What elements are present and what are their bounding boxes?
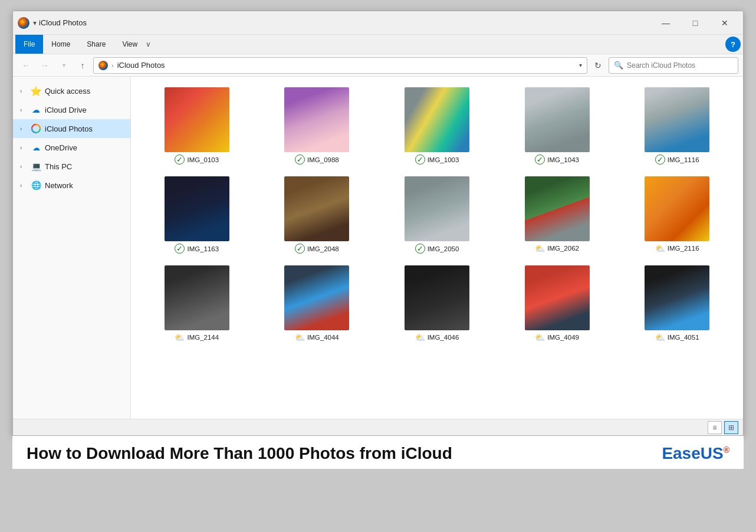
file-item[interactable]: ⛅IMG_4049 [501, 262, 614, 346]
file-name: IMG_2062 [547, 245, 579, 252]
file-label: ⛅IMG_4049 [535, 333, 579, 342]
file-name: IMG_4044 [307, 334, 339, 341]
sidebar-label-this-pc: This PC [45, 162, 72, 171]
title-bar-dropdown[interactable]: ▾ [33, 19, 37, 27]
close-button[interactable]: ✕ [711, 14, 738, 32]
sidebar: › ⭐ Quick access › ☁ iCloud Drive › [13, 77, 131, 419]
file-name: IMG_1163 [187, 245, 219, 252]
file-name: IMG_4046 [428, 334, 459, 341]
sync-ok-icon: ✓ [415, 155, 425, 165]
sync-ok-icon: ✓ [295, 155, 305, 165]
file-label: ✓IMG_1163 [175, 244, 219, 254]
file-item[interactable]: ✓IMG_0103 [140, 84, 254, 168]
list-view-button[interactable]: ≡ [708, 421, 722, 434]
ribbon: File Home Share View ∨ ? [13, 35, 743, 54]
search-icon: 🔍 [614, 61, 623, 70]
file-name: IMG_4049 [547, 334, 579, 341]
file-label: ⛅IMG_4051 [655, 333, 699, 342]
sidebar-label-network: Network [45, 181, 73, 190]
file-thumbnail [405, 265, 469, 330]
sync-ok-icon: ✓ [535, 155, 545, 165]
path-arrow: › [111, 62, 114, 69]
minimize-button[interactable]: — [652, 14, 679, 32]
back-button[interactable]: ← [18, 57, 34, 74]
sidebar-item-icloud-photos[interactable]: › iCloud Photos [13, 119, 130, 138]
file-thumbnail [165, 87, 229, 152]
file-item[interactable]: ⛅IMG_2116 [620, 173, 734, 257]
sidebar-item-quick-access[interactable]: › ⭐ Quick access [13, 81, 130, 100]
sidebar-label-onedrive: OneDrive [45, 143, 77, 152]
file-name: IMG_2116 [668, 245, 699, 252]
file-thumbnail [645, 265, 709, 330]
file-item[interactable]: ✓IMG_0988 [261, 84, 374, 168]
file-label: ✓IMG_2050 [415, 244, 459, 254]
ribbon-collapse-icon[interactable]: ∨ [146, 40, 151, 48]
forward-button[interactable]: → [37, 57, 53, 74]
tab-home[interactable]: Home [43, 35, 78, 54]
icloud-photos-icon [31, 123, 41, 134]
file-item[interactable]: ✓IMG_1116 [620, 84, 734, 168]
sync-ok-icon: ✓ [655, 155, 665, 165]
address-bar: ← → ▾ ↑ › iCloud Photos ▾ ↻ 🔍 [13, 54, 743, 77]
path-dropdown-icon[interactable]: ▾ [579, 62, 582, 68]
file-name: IMG_1116 [668, 156, 699, 163]
search-input[interactable] [627, 61, 733, 70]
app-icon [18, 17, 29, 29]
file-item[interactable]: ⛅IMG_4051 [620, 262, 734, 346]
recent-locations-button[interactable]: ▾ [55, 57, 72, 74]
file-item[interactable]: ✓IMG_2050 [380, 173, 494, 257]
grid-view-button[interactable]: ⊞ [724, 421, 738, 434]
sidebar-label-quick-access: Quick access [45, 87, 90, 96]
up-button[interactable]: ↑ [74, 57, 91, 74]
sync-cloud-icon: ⛅ [415, 333, 425, 342]
file-item[interactable]: ⛅IMG_2144 [140, 262, 254, 346]
file-thumbnail [165, 265, 229, 330]
file-explorer-window: ▾ iCloud Photos — □ ✕ File Home Share Vi… [12, 11, 744, 436]
file-thumbnail [405, 176, 469, 241]
onedrive-icon: ☁ [31, 142, 41, 153]
path-text: iCloud Photos [117, 61, 165, 70]
file-item[interactable]: ⛅IMG_2062 [501, 173, 614, 257]
chevron-icon: › [20, 145, 27, 151]
file-name: IMG_2050 [428, 245, 459, 252]
tab-share[interactable]: Share [78, 35, 114, 54]
file-item[interactable]: ✓IMG_1003 [380, 84, 494, 168]
file-item[interactable]: ⛅IMG_4046 [380, 262, 494, 346]
title-bar: ▾ iCloud Photos — □ ✕ [13, 11, 743, 35]
file-label: ✓IMG_0988 [295, 155, 339, 165]
sidebar-item-icloud-drive[interactable]: › ☁ iCloud Drive [13, 100, 130, 119]
main-area: › ⭐ Quick access › ☁ iCloud Drive › [13, 77, 743, 419]
file-name: IMG_1003 [428, 156, 459, 163]
window-controls: — □ ✕ [652, 14, 738, 32]
pc-icon: 💻 [31, 161, 41, 172]
file-thumbnail [284, 176, 349, 241]
sidebar-item-this-pc[interactable]: › 💻 This PC [13, 157, 130, 176]
tab-view[interactable]: View [114, 35, 146, 54]
file-label: ✓IMG_1116 [655, 155, 699, 165]
file-item[interactable]: ✓IMG_1163 [140, 173, 254, 257]
sync-cloud-icon: ⛅ [535, 244, 545, 253]
file-thumbnail [525, 265, 590, 330]
chevron-icon: › [20, 107, 27, 113]
sync-ok-icon: ✓ [175, 155, 185, 165]
path-icon [98, 61, 108, 70]
refresh-button[interactable]: ↻ [590, 57, 606, 74]
sidebar-item-network[interactable]: › 🌐 Network [13, 176, 130, 195]
file-thumbnail [645, 176, 709, 241]
maximize-button[interactable]: □ [682, 14, 709, 32]
file-item[interactable]: ✓IMG_2048 [261, 173, 374, 257]
chevron-icon: › [20, 126, 27, 132]
help-button[interactable]: ? [725, 37, 741, 52]
address-path[interactable]: › iCloud Photos ▾ [93, 57, 587, 74]
file-thumbnail [165, 176, 229, 241]
search-box: 🔍 [609, 57, 738, 74]
sidebar-item-onedrive[interactable]: › ☁ OneDrive [13, 138, 130, 157]
tab-file[interactable]: File [15, 35, 43, 54]
file-item[interactable]: ⛅IMG_4044 [261, 262, 374, 346]
file-item[interactable]: ✓IMG_1043 [501, 84, 614, 168]
file-name: IMG_1043 [547, 156, 579, 163]
sync-cloud-icon: ⛅ [175, 333, 185, 342]
file-thumbnail [525, 87, 590, 152]
sync-ok-icon: ✓ [295, 244, 305, 254]
file-label: ✓IMG_1003 [415, 155, 459, 165]
